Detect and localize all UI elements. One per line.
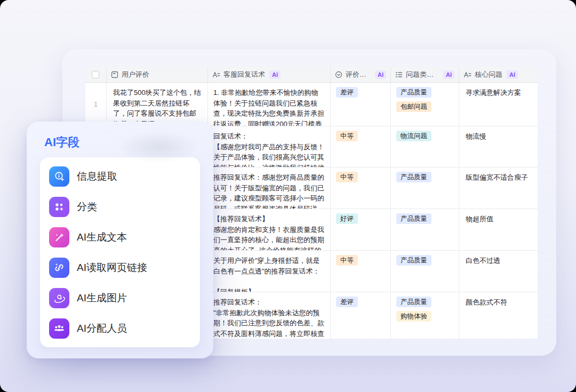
reply-script-cell[interactable]: 【推荐回复话术】 感谢您的肯定和支持！衣服质量是我们一直坚持的核心，能超出您的预… [208,209,331,250]
reply-script-cell[interactable]: 关于用户评价"穿上身很舒适，就是白色有一点点透"的推荐回复话术： 【回复模板】.… [208,251,331,292]
type-tag: 产品质量 [396,297,431,307]
problem-type-cell[interactable]: 产品质量 [391,251,459,292]
column-header-label: 问题类型（... [406,70,439,79]
table-row: 1 我花了500块买了这个包，结果收到第二天居然拉链坏了，问了客服说不支持包邮换… [85,83,538,126]
rating-level-cell[interactable]: 好评 [331,209,391,250]
ai-text-field-icon [212,71,220,78]
ai-field-item-label: AI分配人员 [77,322,127,335]
ai-assign-icon [49,318,69,339]
core-problem-cell[interactable]: 物超所值 [459,209,538,250]
ai-field-item-label: AI读取网页链接 [77,261,147,275]
ai-field-item-classify[interactable]: 分类 [40,191,200,222]
column-header-label: 评价等级... [346,70,371,79]
ai-text-field-icon [463,71,471,78]
rating-level-cell[interactable]: 差评 [331,292,391,339]
rating-tag: 中等 [336,172,358,182]
classify-icon [49,197,69,217]
core-problem-cell[interactable]: 白色不过透 [459,251,538,292]
type-tag: 购物体验 [396,311,431,322]
ai-field-item-read-weblink[interactable]: AI读取网页链接 [40,252,200,283]
ai-field-item-label: AI生成文本 [77,230,127,244]
ai-badge: AI [443,70,454,79]
core-problem-cell[interactable]: 颜色款式不符 [459,292,538,339]
row-number-cell[interactable]: 1 [85,83,107,126]
ai-badge: AI [269,70,281,79]
reply-script-cell[interactable]: 推荐回复话术： "非常抱歉此次购物体验未达您的预期！我们已注意到您反馈的色差、款… [208,292,331,339]
type-tag: 产品质量 [396,255,431,266]
select-all-checkbox[interactable] [92,71,99,78]
type-tag: 产品质量 [396,213,431,224]
problem-type-cell[interactable]: 产品质量 [391,167,459,209]
user-review-cell[interactable]: 我花了500块买了这个包，结果收到第二天居然拉链坏了，问了客服说不支持包邮换货，… [107,83,208,126]
core-problem-cell[interactable]: 物流慢 [459,126,538,167]
core-problem-cell[interactable]: 寻求满意解决方案 [459,83,538,126]
ai-image-icon [49,288,69,308]
rating-level-cell[interactable]: 中等 [331,167,391,209]
table-header-row: 用户评价 客服回复话术 AI 评价等级... AI 问题类型（ [85,67,538,83]
column-header-core-problem[interactable]: 核心问题 AI [459,67,538,82]
problem-type-cell[interactable]: 产品质量 包邮问题 [391,83,459,126]
rating-tag: 差评 [336,87,358,98]
text-field-icon [111,71,118,78]
column-header-label: 用户评价 [122,70,149,79]
ai-fields-list: 信息提取 分类 AI生成文本 AI读取网页链接 [40,157,200,347]
ai-field-item-assign-people[interactable]: AI分配人员 [40,313,200,343]
type-tag: 产品质量 [396,87,431,98]
ai-fields-panel: AI字段 信息提取 分类 AI生成文本 [27,122,213,358]
column-header-label: 核心问题 [475,70,502,79]
column-header-reply-script[interactable]: 客服回复话术 AI [208,67,331,82]
reply-script-cell[interactable]: 回复话术： 【感谢您对我司产品的支持与反馈！关于产品体验，我们很高兴您认可其性能… [208,126,331,167]
ai-badge: AI [375,70,386,79]
problem-type-cell[interactable]: 产品质量 [391,209,459,250]
column-header-problem-type[interactable]: 问题类型（... AI [391,67,459,82]
rating-level-cell[interactable]: 中等 [331,126,391,167]
column-header-rating-level[interactable]: 评价等级... AI [331,67,391,82]
ai-weblink-icon [49,258,69,278]
rating-tag: 中等 [336,131,358,141]
ai-field-item-label: 信息提取 [77,170,117,183]
problem-type-cell[interactable]: 物流问题 [391,126,459,167]
problem-type-cell[interactable]: 产品质量 购物体验 [391,292,459,339]
type-tag: 物流问题 [396,131,431,141]
info-extract-icon [49,166,69,187]
column-header-user-review[interactable]: 用户评价 [107,67,208,82]
rating-level-cell[interactable]: 差评 [331,83,391,126]
core-problem-cell[interactable]: 版型偏宽不适合瘦子 [459,167,538,209]
multi-select-icon [395,71,403,78]
reply-script-cell[interactable]: 1. 非常抱歉给您带来不愉快的购物体验！关于拉链问题我们已紧急核查，现决定特批为… [208,83,331,126]
select-all-cell[interactable] [85,67,107,82]
rating-tag: 好评 [336,213,358,224]
ai-field-item-label: 分类 [77,200,97,214]
rating-tag: 差评 [336,297,358,307]
screenshot-stage: 用户评价 客服回复话术 AI 评价等级... AI 问题类型（ [0,0,576,392]
ai-fields-panel-title: AI字段 [44,134,79,150]
rating-level-cell[interactable]: 中等 [331,251,391,292]
reply-script-cell[interactable]: 推荐回复话术：感谢您对商品质量的认可！关于版型偏宽的问题，我们已记录，建议瘦型顾… [208,167,331,209]
single-select-icon [335,71,342,78]
ai-text-icon [49,227,69,247]
type-tag: 产品质量 [396,172,431,182]
ai-field-item-generate-text[interactable]: AI生成文本 [40,222,200,252]
ai-field-item-generate-image[interactable]: AI生成图片 [40,283,200,313]
ai-field-item-info-extract[interactable]: 信息提取 [40,161,200,191]
rating-tag: 中等 [336,255,358,266]
type-tag: 包邮问题 [396,101,431,112]
column-header-label: 客服回复话术 [223,70,265,79]
ai-field-item-label: AI生成图片 [77,291,127,305]
ai-badge: AI [507,70,518,79]
